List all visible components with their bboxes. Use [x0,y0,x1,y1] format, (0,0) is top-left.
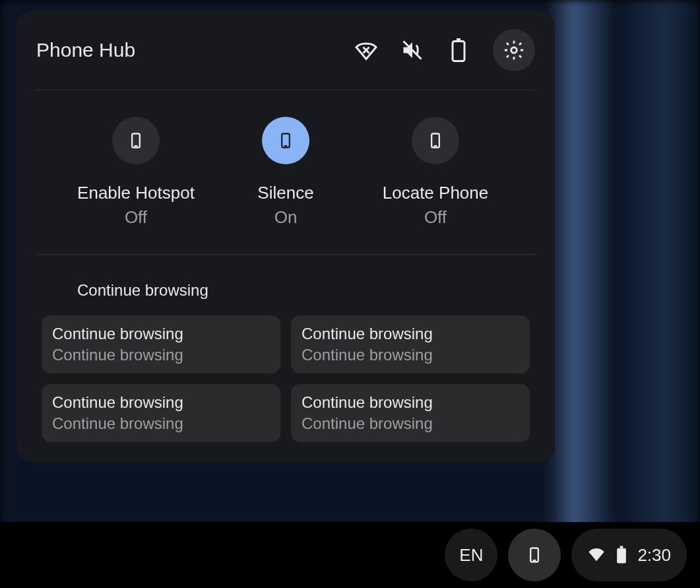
svg-rect-15 [620,546,623,548]
quick-action-label: Enable Hotspot [77,183,195,203]
battery-icon [447,38,470,62]
volume-mute-icon [400,38,424,62]
phone-icon [426,131,445,150]
chip-title: Continue browsing [302,325,519,343]
quick-action-enable-hotspot: Enable Hotspot Off [67,117,205,228]
ime-label: EN [459,545,483,566]
phone-hub-header: Phone Hub [36,11,535,90]
chip-title: Continue browsing [52,393,270,412]
wifi-off-icon [354,38,378,62]
silence-button[interactable] [262,117,309,164]
phone-hub-title: Phone Hub [36,39,135,61]
battery-icon [616,546,627,564]
continue-browsing-grid: Continue browsing Continue browsing Cont… [36,315,535,442]
wifi-icon [587,546,606,564]
system-shelf: EN 2:30 [0,522,700,588]
phone-icon [525,546,544,564]
svg-rect-14 [618,548,627,564]
svg-rect-4 [457,38,461,42]
quick-action-label: Silence [257,183,313,203]
svg-rect-3 [453,42,464,61]
phone-hub-panel: Phone Hub [16,11,555,462]
quick-action-silence: Silence On [216,117,355,228]
chip-subtitle: Continue browsing [52,346,270,364]
svg-point-5 [511,48,517,53]
quick-action-label: Locate Phone [383,183,488,203]
unified-system-tray[interactable]: 2:30 [571,529,687,581]
ime-button[interactable]: EN [445,529,497,581]
locate-phone-button[interactable] [412,117,459,164]
continue-browsing-chip[interactable]: Continue browsing Continue browsing [291,384,530,442]
continue-browsing-chip[interactable]: Continue browsing Continue browsing [42,384,280,442]
chip-title: Continue browsing [302,393,519,412]
quick-action-state: Off [125,207,147,228]
continue-browsing-chip[interactable]: Continue browsing Continue browsing [42,315,280,374]
chip-title: Continue browsing [52,325,270,343]
phone-icon [127,131,145,150]
phone-hub-tray-button[interactable] [508,529,561,581]
continue-browsing-chip[interactable]: Continue browsing Continue browsing [291,315,530,374]
chip-subtitle: Continue browsing [302,346,519,364]
quick-action-locate-phone: Locate Phone Off [366,117,505,228]
clock-label: 2:30 [637,545,671,566]
settings-button[interactable] [493,29,535,71]
continue-browsing-title: Continue browsing [36,255,535,315]
phone-icon [276,131,295,150]
quick-action-state: On [274,207,298,228]
chip-subtitle: Continue browsing [52,414,270,433]
gear-icon [503,39,525,61]
quick-action-state: Off [424,207,447,228]
chip-subtitle: Continue browsing [302,414,519,433]
enable-hotspot-button[interactable] [112,117,160,164]
phone-status-icons [354,29,535,71]
quick-actions-row: Enable Hotspot Off Silence On Locate Pho… [36,90,535,254]
